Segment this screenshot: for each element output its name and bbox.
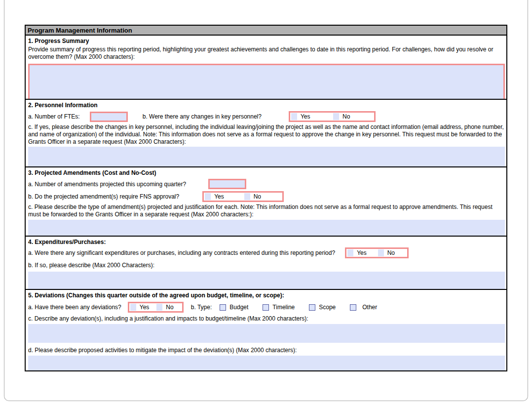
no-label: No <box>342 113 350 120</box>
deviation-type-label: b. Type: <box>191 304 212 311</box>
key-personnel-question-label: b. Were there any changes in key personn… <box>143 113 262 120</box>
program-management-form: Program Management Information 1. Progre… <box>25 25 507 371</box>
no-checkbox[interactable] <box>244 193 250 200</box>
scope-checkbox[interactable] <box>309 304 315 311</box>
mitigation-describe-label: d. Please describe proposed activities t… <box>28 347 504 354</box>
budget-checkbox[interactable] <box>220 304 226 311</box>
yes-label: Yes <box>301 113 310 120</box>
section-3-title: 3. Projected Amendments (Cost and No-Cos… <box>28 169 504 176</box>
expenditures-yesno-group: Yes No <box>345 247 409 258</box>
deviations-yes-option[interactable]: Yes <box>129 304 156 311</box>
pdf-page: Program Management Information 1. Progre… <box>4 0 528 401</box>
yes-checkbox[interactable] <box>130 304 136 311</box>
yes-label: Yes <box>140 304 150 311</box>
fns-approval-yesno-group: Yes No <box>202 191 284 202</box>
section-expenditures-purchases: 4. Expenditures/Purchases: a. Were there… <box>26 236 506 289</box>
section-4-title: 4. Expenditures/Purchases: <box>28 238 504 245</box>
expenditures-describe-label: b. If so, please describe (Max 2000 Char… <box>28 262 504 269</box>
other-checkbox[interactable] <box>350 304 356 311</box>
key-personnel-yesno-group: Yes No <box>289 111 376 122</box>
fns-approval-yes-option[interactable]: Yes <box>204 193 243 200</box>
scope-label: Scope <box>319 304 336 311</box>
deviation-describe-label: c. Describe any deviation(s), including … <box>28 315 504 323</box>
amendments-count-input[interactable] <box>208 179 246 189</box>
other-label: Other <box>362 304 377 311</box>
deviations-yesno-group: Yes No <box>128 302 184 313</box>
expenditures-question-label: a. Were there any significant expenditur… <box>28 249 335 256</box>
key-personnel-describe-label: c. If yes, please describe the changes i… <box>28 123 505 146</box>
yes-label: Yes <box>357 249 367 256</box>
no-label: No <box>254 193 261 200</box>
section-2-title: 2. Personnel Information <box>28 101 504 109</box>
budget-label: Budget <box>229 304 248 311</box>
section-1-description: Provide summary of progress this reporti… <box>28 46 505 61</box>
key-personnel-changes-textarea[interactable] <box>28 147 505 166</box>
deviation-description-textarea[interactable] <box>28 324 505 343</box>
deviations-no-option[interactable]: No <box>155 304 182 311</box>
no-label: No <box>387 249 395 256</box>
yes-checkbox[interactable] <box>205 193 211 200</box>
section-deviations: 5. Deviations (Changes this quarter outs… <box>26 289 506 370</box>
section-projected-amendments: 3. Projected Amendments (Cost and No-Cos… <box>26 166 506 236</box>
key-personnel-yes-option[interactable]: Yes <box>290 113 332 120</box>
expenditures-yes-option[interactable]: Yes <box>346 249 377 256</box>
yes-label: Yes <box>214 193 224 200</box>
timeline-checkbox[interactable] <box>263 304 269 311</box>
yes-checkbox[interactable] <box>347 249 353 256</box>
no-checkbox[interactable] <box>378 249 384 256</box>
mitigation-description-textarea[interactable] <box>28 356 505 370</box>
expenditures-description-textarea[interactable] <box>28 272 505 289</box>
no-checkbox[interactable] <box>156 304 162 311</box>
type-option-scope[interactable]: Scope <box>309 304 336 311</box>
timeline-label: Timeline <box>272 304 295 311</box>
type-option-budget[interactable]: Budget <box>220 304 248 311</box>
no-checkbox[interactable] <box>333 113 339 120</box>
amendments-describe-label: c. Please describe the type of amendment… <box>28 203 505 218</box>
ftes-label: a. Number of FTEs: <box>28 113 80 120</box>
amendments-description-textarea[interactable] <box>28 220 505 236</box>
yes-checkbox[interactable] <box>291 113 297 120</box>
section-5-title: 5. Deviations (Changes this quarter outs… <box>28 291 504 299</box>
type-option-other[interactable]: Other <box>350 304 377 311</box>
section-progress-summary: 1. Progress Summary Provide summary of p… <box>26 36 506 99</box>
ftes-input[interactable] <box>90 112 128 122</box>
fns-approval-no-option[interactable]: No <box>243 193 283 200</box>
progress-summary-textarea[interactable] <box>28 64 505 99</box>
type-option-timeline[interactable]: Timeline <box>263 304 295 311</box>
form-section-header: Program Management Information <box>26 26 506 36</box>
expenditures-no-option[interactable]: No <box>377 249 408 256</box>
key-personnel-no-option[interactable]: No <box>332 113 374 120</box>
deviations-question-label: a. Have there been any deviations? <box>28 304 121 311</box>
fns-approval-question-label: b. Do the projected amendment(s) require… <box>28 193 179 200</box>
no-label: No <box>166 304 173 311</box>
section-1-title: 1. Progress Summary <box>28 37 504 44</box>
amendments-count-label: a. Number of amendments projected this u… <box>28 181 186 188</box>
section-personnel-information: 2. Personnel Information a. Number of FT… <box>26 99 506 166</box>
